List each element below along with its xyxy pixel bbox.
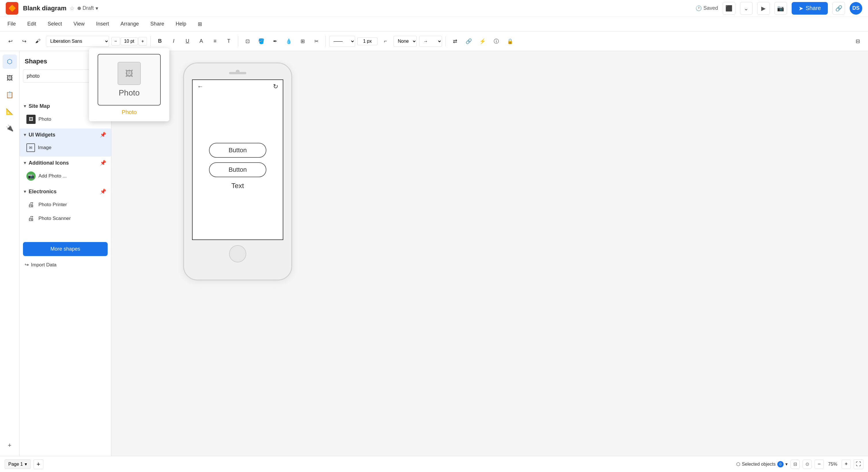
site-map-label: Site Map bbox=[29, 103, 50, 109]
link-button[interactable]: 🔗 bbox=[832, 2, 845, 14]
menu-view[interactable]: View bbox=[72, 20, 86, 28]
right-panel-toggle[interactable]: ⊟ bbox=[852, 36, 863, 47]
photo-sm-icon: 🖼 bbox=[26, 115, 36, 124]
phone-button-1[interactable]: Button bbox=[209, 143, 267, 158]
additional-icons-pin-button[interactable]: 📌 bbox=[98, 158, 107, 167]
extras-button[interactable]: ✂ bbox=[311, 36, 322, 47]
menu-edit[interactable]: Edit bbox=[26, 20, 38, 28]
undo-button[interactable]: ↩ bbox=[5, 36, 16, 47]
popup-shape-thumbnail: 🖼 bbox=[118, 62, 141, 85]
play-icon-btn[interactable]: ▶ bbox=[757, 2, 770, 14]
phone-mockup: ← ↻ Button Button Text bbox=[183, 63, 292, 280]
shape-item-add-photo[interactable]: 📷 Add Photo ... bbox=[20, 169, 111, 183]
phone-button-2[interactable]: Button bbox=[209, 162, 267, 177]
font-color-button[interactable]: A bbox=[195, 36, 207, 47]
lightning-button[interactable]: ⚡ bbox=[477, 36, 488, 47]
import-data-label: Import Data bbox=[31, 262, 57, 268]
sidebar-shapes-icon[interactable]: ⬡ bbox=[3, 55, 17, 69]
phone-back-icon[interactable]: ← bbox=[197, 83, 204, 90]
photo-scanner-icon: 🖨 bbox=[26, 214, 36, 223]
connection-style-select[interactable]: None bbox=[394, 36, 417, 47]
avatar[interactable]: DS bbox=[849, 2, 862, 14]
canvas[interactable]: ← ↻ Button Button Text bbox=[112, 51, 868, 456]
expand-icon-btn[interactable]: ⌄ bbox=[740, 2, 753, 14]
align-button[interactable]: ≡ bbox=[209, 36, 221, 47]
italic-button[interactable]: I bbox=[168, 36, 179, 47]
fullscreen-button[interactable]: ⛶ bbox=[854, 460, 863, 469]
bottom-bar: Page 1 ▾ + ⬡ Selected objects 0 ▾ ⊟ ⊙ − … bbox=[0, 456, 868, 472]
shape-item-image[interactable]: ✉ Image bbox=[20, 141, 111, 154]
sidebar-add-icon[interactable]: + bbox=[3, 438, 17, 452]
shadow-button[interactable]: 💧 bbox=[283, 36, 294, 47]
category-additional-icons-header[interactable]: ▼ Additional Icons 📌 bbox=[20, 157, 111, 169]
table-button[interactable]: ⊞ bbox=[297, 36, 308, 47]
sidebar-image-icon[interactable]: 🖼 bbox=[3, 71, 17, 86]
sidebar-layers-icon[interactable]: 📋 bbox=[3, 88, 17, 102]
link-toolbar-button[interactable]: 🔗 bbox=[463, 36, 474, 47]
shapes-title: Shapes bbox=[25, 58, 47, 65]
search-input[interactable] bbox=[23, 70, 97, 82]
shape-item-photo-printer[interactable]: 🖨 Photo Printer bbox=[20, 198, 111, 212]
bold-button[interactable]: B bbox=[154, 36, 166, 47]
arrow-style-select[interactable]: → bbox=[419, 36, 442, 47]
popup-shape-text: Photo bbox=[119, 88, 140, 98]
line-color-button[interactable]: ✒ bbox=[269, 36, 281, 47]
sidebar-templates-icon[interactable]: 📐 bbox=[3, 104, 17, 119]
container-button[interactable]: ⊡ bbox=[242, 36, 253, 47]
draft-dot bbox=[78, 7, 81, 10]
ui-widgets-arrow-icon: ▼ bbox=[23, 133, 27, 137]
category-ui-widgets-header[interactable]: ▼ UI Widgets 📌 bbox=[20, 129, 111, 141]
present-icon-btn[interactable]: ⬛ bbox=[723, 2, 735, 14]
lock-button[interactable]: 🔒 bbox=[504, 36, 516, 47]
page-label: Page 1 bbox=[8, 462, 23, 467]
text-style-button[interactable]: T bbox=[223, 36, 235, 47]
share-button[interactable]: ➤ Share bbox=[792, 2, 828, 14]
electronics-pin-button[interactable]: 📌 bbox=[98, 187, 107, 196]
menu-select[interactable]: Select bbox=[46, 20, 64, 28]
menu-insert[interactable]: Insert bbox=[94, 20, 111, 28]
camera-icon-btn[interactable]: 📷 bbox=[774, 2, 787, 14]
category-ui-widgets: ▼ UI Widgets 📌 ✉ Image bbox=[20, 129, 111, 157]
import-data-row[interactable]: ↪ Import Data bbox=[20, 259, 111, 271]
menu-arrange[interactable]: Arrange bbox=[119, 20, 141, 28]
electronics-arrow-icon: ▼ bbox=[23, 189, 27, 194]
star-icon[interactable]: ☆ bbox=[69, 5, 74, 12]
menu-share[interactable]: Share bbox=[149, 20, 166, 28]
draft-label: Draft bbox=[83, 5, 94, 11]
format-painter-button[interactable]: 🖌 bbox=[32, 36, 43, 47]
line-style-select[interactable]: —— bbox=[329, 36, 355, 47]
metadata-button[interactable]: ⓘ bbox=[491, 36, 502, 47]
font-size-increase-button[interactable]: + bbox=[138, 37, 147, 45]
phone-home-button[interactable] bbox=[229, 245, 246, 262]
zoom-in-button[interactable]: + bbox=[842, 460, 851, 469]
phone-refresh-icon[interactable]: ↻ bbox=[273, 83, 278, 90]
photo-sitemap-label: Photo bbox=[38, 116, 51, 122]
add-page-button[interactable]: + bbox=[34, 460, 43, 469]
fit-page-button[interactable]: ⊙ bbox=[803, 460, 812, 469]
app-logo: 🔶 bbox=[6, 2, 19, 14]
selected-objects-label: Selected objects bbox=[742, 462, 776, 467]
zoom-out-button[interactable]: − bbox=[815, 460, 824, 469]
page-tab[interactable]: Page 1 ▾ bbox=[5, 460, 31, 469]
category-electronics-header[interactable]: ▼ Electronics 📌 bbox=[20, 185, 111, 198]
extensions-icon[interactable]: ⊞ bbox=[196, 20, 204, 28]
fill-color-button[interactable]: 🪣 bbox=[255, 36, 267, 47]
menu-help[interactable]: Help bbox=[174, 20, 188, 28]
underline-button[interactable]: U bbox=[182, 36, 193, 47]
more-shapes-button[interactable]: More shapes bbox=[23, 242, 107, 256]
shape-item-photo-scanner[interactable]: 🖨 Photo Scanner bbox=[20, 212, 111, 225]
layers-bottom-button[interactable]: ⊟ bbox=[790, 460, 800, 469]
sidebar-plugins-icon[interactable]: 🔌 bbox=[3, 121, 17, 135]
menu-file[interactable]: File bbox=[6, 20, 18, 28]
page-chevron-icon: ▾ bbox=[25, 461, 27, 467]
font-size-input[interactable] bbox=[121, 37, 138, 45]
font-size-decrease-button[interactable]: − bbox=[112, 37, 120, 45]
line-width-input[interactable] bbox=[358, 37, 377, 45]
flip-button[interactable]: ⇄ bbox=[449, 36, 461, 47]
waypoint-button[interactable]: ⌐ bbox=[380, 36, 391, 47]
electronics-label: Electronics bbox=[29, 189, 57, 195]
share-label: Share bbox=[806, 5, 821, 11]
redo-button[interactable]: ↪ bbox=[19, 36, 30, 47]
ui-widgets-pin-button[interactable]: 📌 bbox=[98, 130, 107, 139]
font-family-select[interactable]: Liberation Sans bbox=[46, 36, 109, 47]
